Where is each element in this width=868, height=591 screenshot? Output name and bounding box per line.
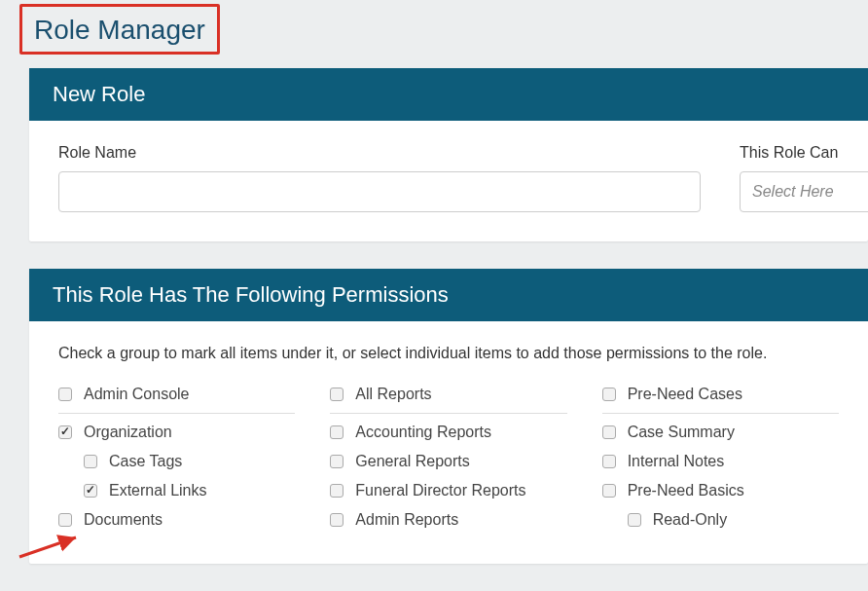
role-can-select[interactable]: Select Here xyxy=(740,171,868,212)
permission-item[interactable]: Admin Console xyxy=(58,380,295,414)
checkbox[interactable] xyxy=(58,425,72,439)
checkbox[interactable] xyxy=(628,513,641,527)
permissions-panel: This Role Has The Following Permissions … xyxy=(29,269,868,564)
checkbox[interactable] xyxy=(84,484,97,498)
permission-item[interactable]: Organization xyxy=(58,418,295,447)
permission-label: All Reports xyxy=(355,386,431,403)
checkbox[interactable] xyxy=(602,388,616,401)
permission-label: Admin Reports xyxy=(355,511,458,529)
new-role-panel: New Role Role Name This Role Can Select … xyxy=(29,68,868,241)
permission-label: Accounting Reports xyxy=(355,424,491,441)
permission-item[interactable]: Internal Notes xyxy=(602,447,839,476)
role-can-label: This Role Can xyxy=(740,144,868,162)
checkbox[interactable] xyxy=(330,425,344,439)
checkbox[interactable] xyxy=(330,388,344,401)
role-name-input[interactable] xyxy=(58,171,701,212)
permission-item[interactable]: Pre-Need Basics xyxy=(602,476,839,505)
checkbox[interactable] xyxy=(330,513,344,527)
permission-item[interactable]: External Links xyxy=(58,476,295,505)
checkbox[interactable] xyxy=(84,455,97,468)
new-role-header: New Role xyxy=(29,68,868,121)
permissions-header: This Role Has The Following Permissions xyxy=(29,269,868,321)
permissions-column-2: All ReportsAccounting ReportsGeneral Rep… xyxy=(330,380,566,535)
permission-label: Admin Console xyxy=(84,386,190,403)
permission-label: General Reports xyxy=(355,453,469,470)
permission-item[interactable]: Pre-Need Cases xyxy=(602,380,839,414)
permission-item[interactable]: Case Tags xyxy=(58,447,295,476)
permission-label: Documents xyxy=(84,511,163,529)
checkbox[interactable] xyxy=(602,484,616,498)
permission-label: Internal Notes xyxy=(628,453,725,470)
permission-item[interactable]: Documents xyxy=(58,505,295,535)
checkbox[interactable] xyxy=(58,388,72,401)
permission-label: Case Summary xyxy=(628,424,735,441)
checkbox[interactable] xyxy=(602,455,616,468)
permission-label: Organization xyxy=(84,424,172,441)
permission-item[interactable]: Accounting Reports xyxy=(330,418,566,447)
permission-item[interactable]: General Reports xyxy=(330,447,566,476)
permission-label: Case Tags xyxy=(109,453,182,470)
permission-label: Read-Only xyxy=(653,511,727,529)
permission-item[interactable]: Case Summary xyxy=(602,418,839,447)
permissions-column-3: Pre-Need CasesCase SummaryInternal Notes… xyxy=(602,380,839,535)
permission-item[interactable]: All Reports xyxy=(330,380,566,414)
permission-item[interactable]: Read-Only xyxy=(602,505,839,535)
checkbox[interactable] xyxy=(330,455,344,468)
permission-label: Pre-Need Basics xyxy=(628,482,744,499)
permissions-column-1: Admin ConsoleOrganizationCase TagsExtern… xyxy=(58,380,295,535)
role-can-placeholder: Select Here xyxy=(752,183,834,201)
permission-item[interactable]: Admin Reports xyxy=(330,505,566,535)
checkbox[interactable] xyxy=(330,484,344,498)
checkbox[interactable] xyxy=(602,425,616,439)
role-name-label: Role Name xyxy=(58,144,701,162)
permissions-intro: Check a group to mark all items under it… xyxy=(58,345,839,362)
permission-label: Pre-Need Cases xyxy=(628,386,742,403)
permission-label: External Links xyxy=(109,482,207,499)
checkbox[interactable] xyxy=(58,513,72,527)
page-title: Role Manager xyxy=(19,4,220,55)
permission-label: Funeral Director Reports xyxy=(355,482,525,499)
permission-item[interactable]: Funeral Director Reports xyxy=(330,476,566,505)
